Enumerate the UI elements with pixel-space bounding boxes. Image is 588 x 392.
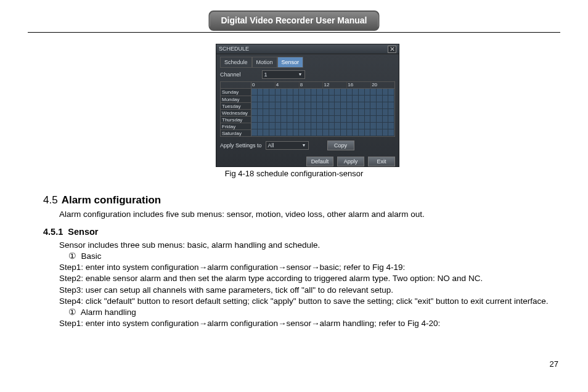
hour-8: 8	[300, 82, 324, 88]
manual-header: Digital Video Recorder User Manual	[208, 10, 379, 31]
hour-header: 0 4 8 12 16 20	[221, 82, 394, 89]
chevron-down-icon: ▼	[302, 142, 306, 148]
day-labels: Sunday Monday Tuesday Wednesday Thursday…	[221, 89, 251, 136]
tab-motion[interactable]: Motion	[252, 57, 277, 68]
schedule-grid[interactable]: 0 4 8 12 16 20 Sunday Monday Tuesday Wed…	[220, 81, 395, 137]
day-wed: Wednesday	[221, 109, 251, 116]
hour-0: 0	[251, 82, 276, 88]
step2: Step2: enable sensor alarm and then set …	[59, 273, 563, 284]
exit-button[interactable]: Exit	[368, 157, 395, 166]
apply-settings-label: Apply Settings to	[220, 142, 262, 149]
circle-1-mark: ①	[68, 251, 76, 262]
hour-16: 16	[347, 82, 371, 88]
apply-select[interactable]: All ▼	[266, 141, 309, 150]
figure-caption: Fig 4-18 schedule configuration-sensor	[0, 168, 588, 179]
tab-bar: Schedule Motion Sensor	[216, 54, 399, 69]
day-thu: Thursday	[221, 116, 251, 123]
step1: Step1: enter into system configuration→a…	[59, 262, 563, 273]
hour-4: 4	[276, 82, 300, 88]
item-basic-label: Basic	[81, 251, 102, 261]
close-icon[interactable]	[388, 46, 396, 53]
tab-schedule[interactable]: Schedule	[220, 57, 252, 68]
heading-4-5: 4.5Alarm configuration	[43, 194, 563, 208]
window-titlebar: SCHEDULE	[216, 44, 399, 54]
step3: Step3: user can setup all channels with …	[59, 285, 563, 296]
default-button[interactable]: Default	[306, 157, 333, 166]
section45-intro: Alarm configuration includes five sub me…	[59, 209, 563, 220]
heading-title: Alarm configuration	[62, 194, 161, 206]
grid-cells[interactable]	[251, 89, 394, 136]
schedule-window: SCHEDULE Schedule Motion Sensor Channel …	[216, 44, 399, 167]
channel-value: 1	[264, 71, 267, 78]
channel-label: Channel	[220, 71, 241, 78]
channel-row: Channel 1 ▼	[216, 69, 399, 80]
item-alarm-handling: ① Alarm handling	[68, 307, 563, 318]
manual-title: Digital Video Recorder User Manual	[221, 15, 367, 25]
day-sat: Saturday	[221, 129, 251, 136]
page-number: 27	[550, 359, 558, 370]
step1b: Step1: enter into system configuration→a…	[59, 318, 563, 329]
body-text: 4.5Alarm configuration Alarm configurati…	[43, 194, 563, 329]
heading-451-num: 4.5.1	[43, 227, 63, 237]
day-mon: Monday	[221, 96, 251, 102]
window-title: SCHEDULE	[219, 45, 249, 52]
chevron-down-icon: ▼	[298, 71, 303, 77]
heading-4-5-1: 4.5.1 Sensor	[43, 226, 563, 239]
day-fri: Friday	[221, 123, 251, 129]
apply-button[interactable]: Apply	[337, 157, 364, 166]
header-rule	[28, 32, 560, 33]
hour-20: 20	[371, 82, 394, 88]
hour-12: 12	[323, 82, 347, 88]
apply-row: Apply Settings to All ▼ Copy	[216, 137, 399, 154]
channel-select[interactable]: 1 ▼	[262, 70, 305, 79]
day-sun: Sunday	[221, 89, 251, 96]
tab-sensor[interactable]: Sensor	[277, 57, 304, 68]
day-tue: Tuesday	[221, 102, 251, 109]
apply-value: All	[268, 142, 274, 149]
section451-intro: Sensor includes three sub menus: basic, …	[59, 240, 563, 251]
item-basic: ① Basic	[68, 251, 563, 262]
item-alarm-handling-label: Alarm handling	[81, 308, 136, 317]
heading-451-title: Sensor	[68, 227, 98, 237]
step4: Step4: click "default" button to resort …	[59, 296, 563, 307]
circle-1b-mark: ①	[68, 307, 76, 318]
heading-num: 4.5	[43, 194, 58, 206]
copy-button[interactable]: Copy	[327, 141, 354, 150]
